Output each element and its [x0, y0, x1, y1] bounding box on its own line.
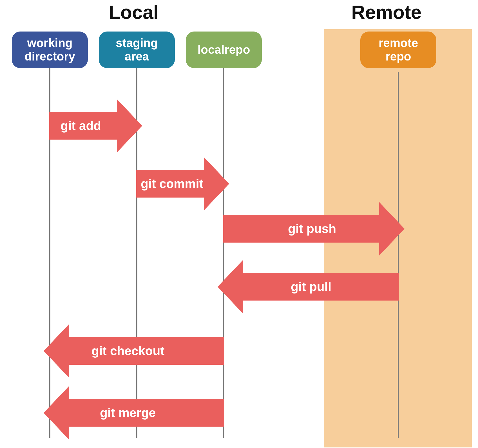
arrow-git-pull: git pull: [218, 260, 399, 313]
arrow-git-pull-label: git pull: [291, 280, 331, 294]
arrow-git-checkout: git checkout: [44, 324, 224, 378]
header-remote-repo: remote repo: [360, 32, 436, 68]
arrow-git-push: git push: [223, 202, 405, 256]
arrow-git-commit: git commit: [136, 157, 229, 210]
header-staging-area: staging area: [99, 32, 175, 68]
arrow-git-add: git add: [49, 99, 142, 153]
arrow-git-merge: git merge: [44, 386, 224, 440]
arrow-git-commit-label: git commit: [141, 177, 203, 191]
header-working-directory: working directory: [12, 32, 88, 68]
arrow-git-add-label: git add: [61, 119, 101, 133]
arrow-git-push-label: git push: [288, 222, 336, 236]
section-title-remote: Remote: [351, 1, 421, 23]
header-localrepo: localrepo: [186, 32, 262, 68]
section-title-local: Local: [109, 1, 159, 23]
arrow-git-checkout-label: git checkout: [91, 344, 164, 358]
arrow-git-merge-label: git merge: [100, 406, 156, 420]
